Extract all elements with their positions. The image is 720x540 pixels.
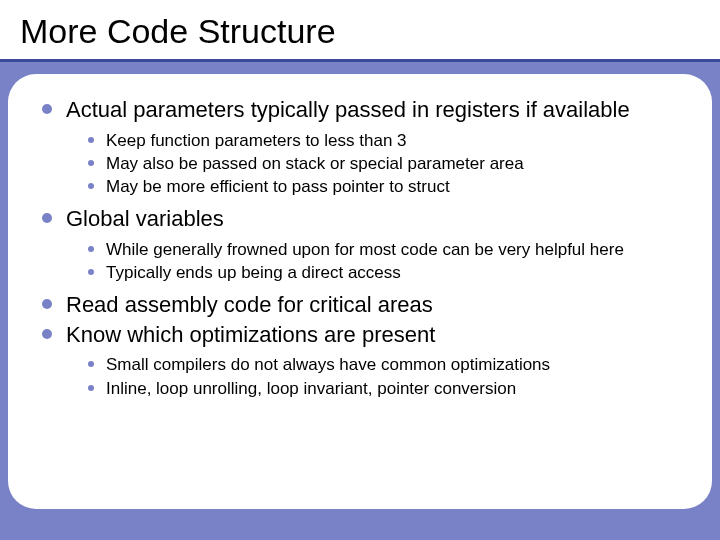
bullet-icon	[88, 385, 94, 391]
bullet-icon	[88, 361, 94, 367]
list-item: May also be passed on stack or special p…	[88, 153, 678, 174]
bullet-icon	[42, 104, 52, 114]
bullet-icon	[42, 329, 52, 339]
sub-list: While generally frowned upon for most co…	[88, 239, 678, 284]
sub-list: Small compilers do not always have commo…	[88, 354, 678, 399]
list-item: Typically ends up being a direct access	[88, 262, 678, 283]
list-item: While generally frowned upon for most co…	[88, 239, 678, 260]
list-item: Read assembly code for critical areas	[42, 291, 678, 319]
sub-bullet-text: Keep function parameters to less than 3	[106, 130, 407, 151]
bullet-icon	[88, 160, 94, 166]
list-item: Inline, loop unrolling, loop invariant, …	[88, 378, 678, 399]
sub-bullet-text: May be more efficient to pass pointer to…	[106, 176, 450, 197]
list-item: Actual parameters typically passed in re…	[42, 96, 678, 197]
bullet-icon	[88, 246, 94, 252]
bullet-icon	[42, 213, 52, 223]
bullet-text: Know which optimizations are present	[66, 321, 435, 349]
list-item: Global variables While generally frowned…	[42, 205, 678, 283]
list-item: Small compilers do not always have commo…	[88, 354, 678, 375]
header-band: More Code Structure	[0, 0, 720, 62]
sub-bullet-text: Typically ends up being a direct access	[106, 262, 401, 283]
bullet-icon	[88, 183, 94, 189]
content-area: Actual parameters typically passed in re…	[8, 74, 712, 509]
sub-list: Keep function parameters to less than 3 …	[88, 130, 678, 198]
slide-title: More Code Structure	[20, 12, 700, 51]
sub-bullet-text: May also be passed on stack or special p…	[106, 153, 524, 174]
bullet-icon	[88, 269, 94, 275]
bullet-list: Actual parameters typically passed in re…	[42, 96, 678, 399]
sub-bullet-text: Inline, loop unrolling, loop invariant, …	[106, 378, 516, 399]
list-item: Know which optimizations are present Sma…	[42, 321, 678, 399]
bullet-text: Read assembly code for critical areas	[66, 291, 433, 319]
sub-bullet-text: While generally frowned upon for most co…	[106, 239, 624, 260]
bullet-text: Actual parameters typically passed in re…	[66, 96, 630, 124]
bullet-icon	[42, 299, 52, 309]
list-item: May be more efficient to pass pointer to…	[88, 176, 678, 197]
slide: More Code Structure Actual parameters ty…	[0, 0, 720, 540]
bullet-text: Global variables	[66, 205, 224, 233]
bullet-icon	[88, 137, 94, 143]
sub-bullet-text: Small compilers do not always have commo…	[106, 354, 550, 375]
list-item: Keep function parameters to less than 3	[88, 130, 678, 151]
